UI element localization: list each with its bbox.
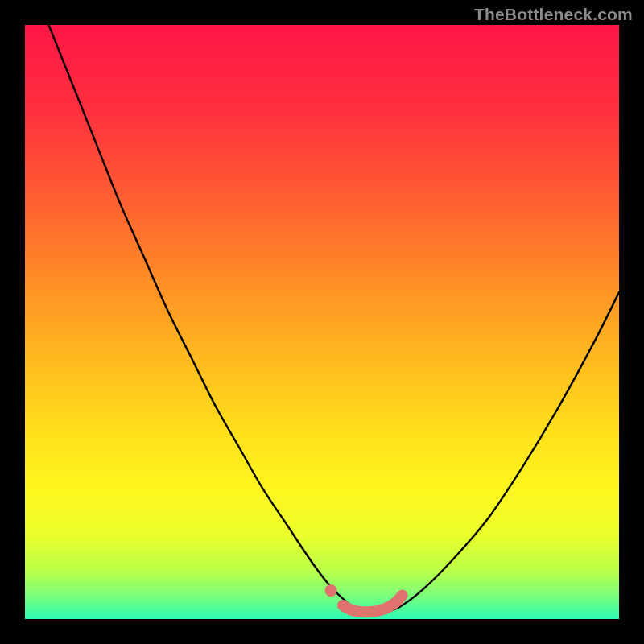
highlight-dot xyxy=(325,584,337,597)
bottleneck-curve xyxy=(49,25,619,614)
watermark-text: TheBottleneck.com xyxy=(474,5,633,24)
highlight-stroke xyxy=(343,595,402,612)
chart-overlay xyxy=(25,25,619,619)
outer-frame: TheBottleneck.com xyxy=(0,0,644,644)
plot-area xyxy=(25,25,619,619)
